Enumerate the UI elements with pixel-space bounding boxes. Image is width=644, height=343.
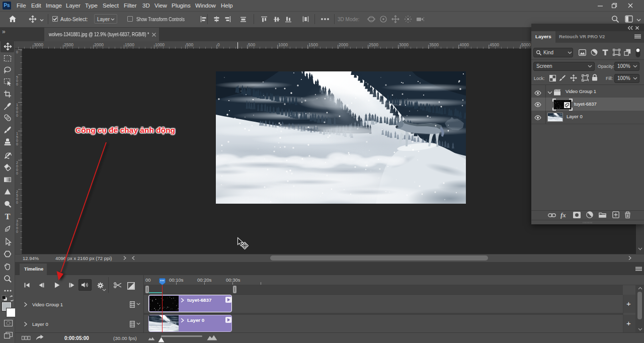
- svg-text:fx: fx: [560, 211, 566, 219]
- svg-text:T: T: [5, 212, 11, 221]
